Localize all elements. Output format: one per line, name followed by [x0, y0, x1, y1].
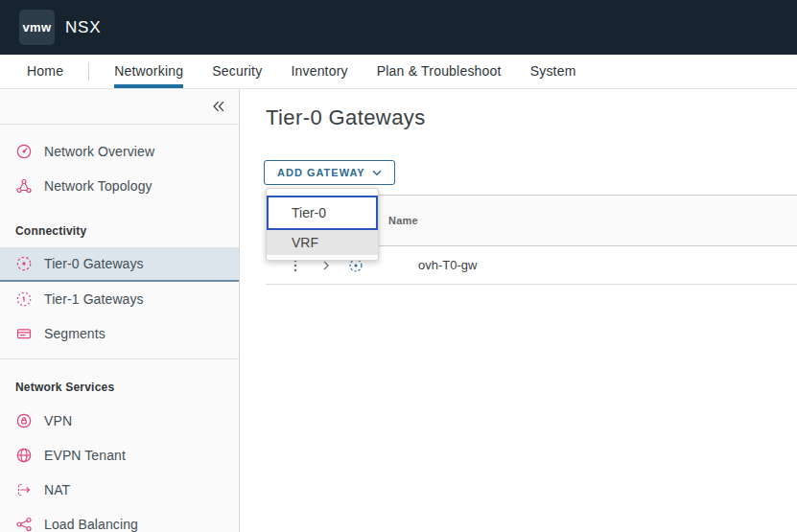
sidebar-item-tier0-gateways[interactable]: Tier-0 Gateways: [0, 247, 239, 282]
add-gateway-button-label: ADD GATEWAY: [277, 167, 365, 178]
tier0-gateway-icon: [15, 255, 33, 272]
sidebar-item-network-topology[interactable]: Network Topology: [0, 169, 239, 203]
sidebar-item-nat[interactable]: NAT: [0, 473, 239, 507]
tab-system-label: System: [530, 63, 576, 79]
segments-icon: [15, 325, 33, 342]
tab-inventory-label: Inventory: [291, 63, 347, 79]
chevron-double-left-icon: [211, 99, 226, 114]
tier1-gateway-icon: [15, 290, 33, 308]
nsx-app-window: vmw NSX Home Networking Security Invento…: [0, 0, 797, 532]
collapse-sidebar-button[interactable]: [211, 99, 226, 114]
column-header-name[interactable]: Name: [388, 215, 418, 226]
sidebar-item-network-overview[interactable]: Network Overview: [0, 134, 239, 169]
sidebar-nav-list: Network Overview Network Topology Connec…: [0, 125, 239, 532]
vmware-logo-text: vmw: [23, 20, 52, 35]
sidebar-item-vpn[interactable]: VPN: [0, 404, 239, 438]
globe-icon: [15, 447, 33, 464]
sidebar-section-connectivity: Connectivity: [0, 220, 239, 242]
sidebar-item-label: Segments: [44, 326, 105, 341]
sidebar-item-tier1-gateways[interactable]: Tier-1 Gateways: [0, 282, 239, 316]
tab-plan-troubleshoot[interactable]: Plan & Troubleshoot: [377, 55, 502, 88]
tab-plan-troubleshoot-label: Plan & Troubleshoot: [377, 63, 502, 79]
row-expand-icon[interactable]: [319, 259, 333, 272]
sidebar-item-label: VPN: [44, 413, 72, 428]
topology-icon: [15, 177, 33, 195]
tab-security[interactable]: Security: [212, 55, 262, 88]
page-title: Tier-0 Gateways: [266, 105, 426, 130]
dropdown-item-label: Tier-0: [292, 205, 326, 220]
sidebar-item-load-balancing[interactable]: Load Balancing: [0, 507, 239, 532]
sidebar-item-label: Tier-1 Gateways: [44, 291, 144, 307]
dropdown-item-label: VRF: [292, 235, 318, 250]
main-nav: Home Networking Security Inventory Plan …: [0, 55, 797, 89]
tab-system[interactable]: System: [530, 55, 576, 88]
load-balancer-icon: [15, 516, 33, 532]
tab-inventory[interactable]: Inventory: [291, 55, 347, 88]
sidebar-item-evpn-tenant[interactable]: EVPN Tenant: [0, 438, 239, 473]
sidebar-header: [0, 89, 239, 125]
dropdown-item-tier0[interactable]: Tier-0: [267, 196, 378, 230]
sidebar-item-label: Tier-0 Gateways: [44, 256, 144, 271]
add-gateway-button[interactable]: ADD GATEWAY: [264, 160, 395, 185]
nat-arrow-icon: [15, 481, 33, 498]
dropdown-item-vrf[interactable]: VRF: [267, 230, 378, 255]
tab-networking-label: Networking: [114, 63, 183, 79]
sidebar-item-label: NAT: [44, 482, 70, 497]
sidebar-item-label: EVPN Tenant: [44, 448, 126, 463]
main-content: Tier-0 Gateways ADD GATEWAY Name: [241, 89, 797, 532]
vpn-lock-icon: [15, 412, 33, 429]
tab-home-label: Home: [27, 63, 63, 79]
gauge-icon: [15, 143, 33, 160]
tab-home[interactable]: Home: [27, 55, 63, 88]
sidebar-divider: [0, 359, 239, 359]
tab-networking[interactable]: Networking: [114, 55, 183, 88]
product-title: NSX: [65, 18, 101, 37]
sidebar-section-network-services: Network Services: [0, 377, 239, 398]
vmware-logo: vmw: [19, 10, 55, 45]
app-header: vmw NSX: [0, 0, 797, 55]
nav-divider: [88, 62, 89, 81]
sidebar-item-label: Network Topology: [44, 178, 152, 194]
sidebar-item-label: Network Overview: [44, 144, 154, 159]
sidebar-item-segments[interactable]: Segments: [0, 316, 239, 351]
gateway-name-link[interactable]: ovh-T0-gw: [418, 258, 477, 272]
add-gateway-dropdown: Tier-0 VRF: [266, 188, 379, 261]
sidebar-item-label: Load Balancing: [44, 517, 138, 532]
chevron-down-icon: [372, 170, 382, 176]
tab-security-label: Security: [212, 63, 262, 79]
networking-sidebar: Network Overview Network Topology Connec…: [0, 89, 240, 532]
